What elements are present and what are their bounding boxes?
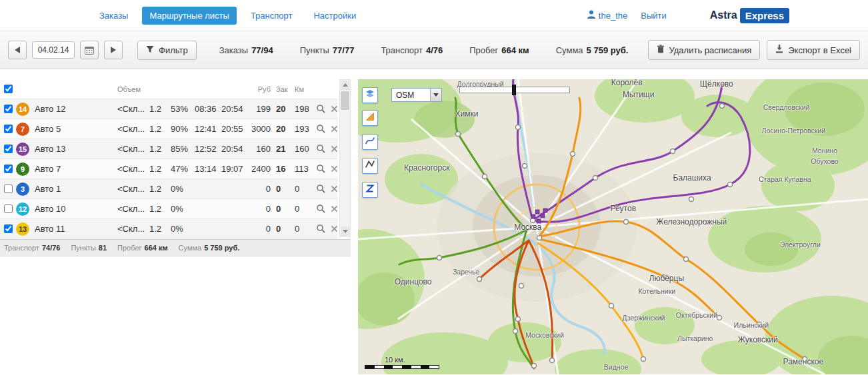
curve-tool-button[interactable] <box>362 134 378 150</box>
time-end-cell: 19:07 <box>220 159 247 179</box>
tab-settings[interactable]: Настройки <box>306 7 363 25</box>
table-row[interactable]: 13 Авто 11 <Скл... 1.2 0% 0 0 0 <box>0 219 337 239</box>
zoom-route-icon[interactable] <box>315 103 327 115</box>
summary-transport: Транспорт74/76 <box>4 244 60 252</box>
remove-route-icon[interactable] <box>328 163 337 175</box>
header-orders: Зак <box>275 79 293 99</box>
layer-select-value: OSM <box>392 91 430 100</box>
brand-second: Express <box>740 8 789 23</box>
polyline-icon <box>365 159 375 173</box>
load-pct-cell: 85% <box>169 139 193 159</box>
routes-table: Объем Руб Зак Км 14 Авто 12 <Скл... 1.2 … <box>0 79 337 239</box>
row-checkbox[interactable] <box>4 105 13 113</box>
logout-link[interactable]: Выйти <box>641 11 667 21</box>
remove-route-icon[interactable] <box>328 223 337 235</box>
tab-route-sheets[interactable]: Маршрутные листы <box>142 7 236 25</box>
warehouse-cell: <Скл... <box>116 119 148 139</box>
next-day-button[interactable] <box>104 41 123 59</box>
zoom-box-tool-button[interactable] <box>362 182 378 198</box>
date-input[interactable] <box>32 41 75 59</box>
vehicle-name: Авто 5 <box>33 119 116 139</box>
time-start-cell <box>193 219 220 239</box>
km-cell: 0 <box>293 199 313 219</box>
stat-orders: Заказы77/94 <box>219 45 273 55</box>
rub-cell: 199 <box>247 99 275 119</box>
scroll-up-arrow[interactable] <box>341 81 349 90</box>
tab-orders[interactable]: Заказы <box>92 7 135 25</box>
route-badge: 14 <box>16 103 29 116</box>
export-excel-button[interactable]: Экспорт в Excel <box>767 40 860 60</box>
row-checkbox[interactable] <box>4 145 13 153</box>
zoom-route-icon[interactable] <box>315 143 327 155</box>
route-badge: 15 <box>16 143 29 156</box>
table-scrollbar[interactable] <box>339 79 351 237</box>
table-row[interactable]: 7 Авто 5 <Скл... 1.2 90% 12:41 20:55 300… <box>0 119 337 139</box>
summary-sum: Сумма5 759 руб. <box>179 244 240 252</box>
remove-route-icon[interactable] <box>328 103 337 115</box>
rub-cell: 0 <box>247 219 275 239</box>
toolbar: Фильтр Заказы77/94 Пункты77/77 Транспорт… <box>0 31 868 69</box>
layers-button[interactable] <box>362 87 378 103</box>
volume-cell: 1.2 <box>148 219 169 239</box>
summary-mileage: Пробег664 км <box>117 244 168 252</box>
zoom-slider[interactable] <box>459 87 570 93</box>
ruler-icon <box>365 111 375 125</box>
km-cell: 193 <box>293 119 313 139</box>
map[interactable]: ДолгопрудныйХимкиМытищиКоролёвЩёлковоСве… <box>358 79 868 374</box>
toolbar-stats: Заказы77/94 Пункты77/77 Транспорт4/76 Пр… <box>219 45 629 55</box>
route-badge: 13 <box>16 222 29 236</box>
zoom-slider-thumb[interactable] <box>512 85 516 95</box>
delete-schedules-button[interactable]: Удалить расписания <box>648 40 761 60</box>
remove-route-icon[interactable] <box>328 203 337 215</box>
scroll-down-arrow[interactable] <box>341 226 349 236</box>
remove-route-icon[interactable] <box>328 143 337 155</box>
row-checkbox[interactable] <box>4 224 13 233</box>
measure-tool-button[interactable] <box>362 110 378 126</box>
remove-route-icon[interactable] <box>328 183 337 195</box>
volume-cell: 1.2 <box>148 99 169 119</box>
stat-points: Пункты77/77 <box>300 45 355 55</box>
filter-button[interactable]: Фильтр <box>137 41 197 60</box>
row-checkbox[interactable] <box>4 204 13 213</box>
km-cell: 0 <box>293 179 313 199</box>
zoom-route-icon[interactable] <box>315 222 327 234</box>
rub-cell: 3000 <box>247 119 275 139</box>
zoom-route-icon[interactable] <box>315 183 327 194</box>
rub-cell: 0 <box>247 179 275 199</box>
time-start-cell: 08:36 <box>193 99 220 119</box>
table-row[interactable]: 15 Авто 13 <Скл... 1.2 85% 12:52 20:54 1… <box>0 139 337 159</box>
zoom-route-icon[interactable] <box>315 202 327 214</box>
table-row[interactable]: 14 Авто 12 <Скл... 1.2 53% 08:36 20:54 1… <box>0 99 337 119</box>
warehouse-cell: <Скл... <box>116 99 148 119</box>
load-pct-cell: 0% <box>169 179 193 199</box>
table-row[interactable]: 9 Авто 7 <Скл... 1.2 47% 13:14 19:07 240… <box>0 159 337 179</box>
table-row[interactable]: 3 Авто 1 <Скл... 1.2 0% 0 0 0 <box>0 179 337 199</box>
prev-day-button[interactable] <box>8 41 27 59</box>
remove-route-icon[interactable] <box>328 123 337 135</box>
tab-transport[interactable]: Транспорт <box>243 7 300 25</box>
warehouse-cell: <Скл... <box>116 159 148 179</box>
row-checkbox[interactable] <box>4 165 13 173</box>
header-rub: Руб <box>247 79 275 99</box>
map-scalebar: 10 км. <box>365 356 439 369</box>
table-row[interactable]: 12 Авто 10 <Скл... 1.2 0% 0 0 0 <box>0 199 337 219</box>
warehouse-cell: <Скл... <box>116 179 148 199</box>
load-pct-cell: 47% <box>169 159 193 179</box>
row-checkbox[interactable] <box>4 185 13 193</box>
orders-cell: 16 <box>275 159 293 179</box>
row-checkbox[interactable] <box>4 125 13 133</box>
select-all-checkbox[interactable] <box>4 85 13 93</box>
route-badge: 3 <box>16 183 29 196</box>
stat-transport: Транспорт4/76 <box>381 45 443 55</box>
user-menu[interactable]: the_the <box>587 10 627 21</box>
zoom-route-icon[interactable] <box>315 123 327 135</box>
time-end-cell: 20:54 <box>220 99 247 119</box>
time-end-cell <box>220 199 247 219</box>
scrollbar-thumb[interactable] <box>341 91 349 110</box>
polyline-tool-button[interactable] <box>362 158 378 174</box>
km-cell: 113 <box>293 159 313 179</box>
calendar-button[interactable] <box>80 41 99 59</box>
map-layer-select[interactable]: OSM <box>391 88 442 102</box>
load-pct-cell: 0% <box>169 219 193 239</box>
zoom-route-icon[interactable] <box>315 163 327 175</box>
